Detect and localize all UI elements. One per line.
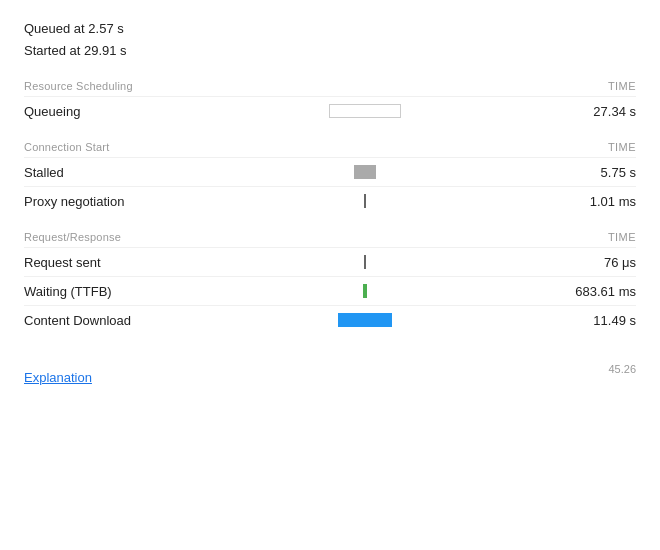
request-response-time-col: TIME	[608, 231, 636, 243]
row-stalled: Stalled 5.75 s	[24, 157, 636, 186]
bar-queueing	[329, 104, 401, 118]
time-request-sent: 76 μs	[546, 255, 636, 270]
bar-waiting	[363, 284, 367, 298]
resource-scheduling-title: Resource Scheduling	[24, 80, 133, 92]
time-waiting-ttfb: 683.61 ms	[546, 284, 636, 299]
time-content-download: 11.49 s	[546, 313, 636, 328]
bar-stalled-container	[184, 163, 546, 181]
row-waiting-ttfb: Waiting (TTFB) 683.61 ms	[24, 276, 636, 305]
bar-download	[338, 313, 392, 327]
connection-start-title: Connection Start	[24, 141, 109, 153]
label-stalled: Stalled	[24, 165, 184, 180]
request-response-title: Request/Response	[24, 231, 121, 243]
timing-panel: Queued at 2.57 s Started at 29.91 s Reso…	[0, 0, 660, 401]
time-stalled: 5.75 s	[546, 165, 636, 180]
meta-info: Queued at 2.57 s Started at 29.91 s	[24, 18, 636, 62]
label-proxy: Proxy negotiation	[24, 194, 184, 209]
bar-proxy-container	[184, 192, 546, 210]
bar-stalled	[354, 165, 376, 179]
row-proxy: Proxy negotiation 1.01 ms	[24, 186, 636, 215]
queued-at: Queued at 2.57 s	[24, 18, 636, 40]
connection-start-header: Connection Start TIME	[24, 141, 636, 153]
label-waiting-ttfb: Waiting (TTFB)	[24, 284, 184, 299]
bar-waiting-container	[184, 282, 546, 300]
label-queueing: Queueing	[24, 104, 184, 119]
time-proxy: 1.01 ms	[546, 194, 636, 209]
row-queueing: Queueing 27.34 s	[24, 96, 636, 125]
label-request-sent: Request sent	[24, 255, 184, 270]
time-queueing: 27.34 s	[546, 104, 636, 119]
started-at: Started at 29.91 s	[24, 40, 636, 62]
resource-scheduling-header: Resource Scheduling TIME	[24, 80, 636, 92]
row-request-sent: Request sent 76 μs	[24, 247, 636, 276]
waterfall-label: 45.26	[608, 363, 636, 375]
resource-scheduling-time-col: TIME	[608, 80, 636, 92]
connection-start-time-col: TIME	[608, 141, 636, 153]
request-response-header: Request/Response TIME	[24, 231, 636, 243]
waterfall-value: 45.26	[608, 363, 636, 375]
label-content-download: Content Download	[24, 313, 184, 328]
explanation-link[interactable]: Explanation	[24, 370, 92, 385]
bar-download-container	[184, 311, 546, 329]
bar-request	[364, 255, 366, 269]
bar-request-container	[184, 253, 546, 271]
row-content-download: Content Download 11.49 s	[24, 305, 636, 334]
footer: Explanation 45.26	[24, 352, 636, 385]
bar-proxy	[364, 194, 366, 208]
bar-queueing-container	[184, 102, 546, 120]
